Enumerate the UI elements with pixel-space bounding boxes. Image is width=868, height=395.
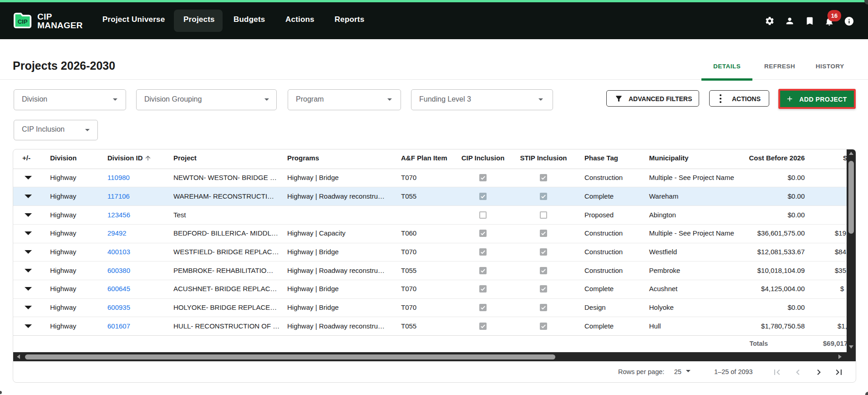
svg-text:CIP: CIP — [18, 18, 28, 25]
